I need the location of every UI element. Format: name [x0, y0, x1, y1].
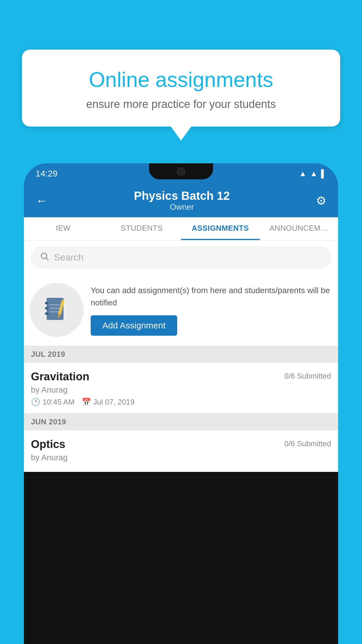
search-bar[interactable]: Search	[31, 246, 331, 268]
speech-bubble-title: Online assignments	[42, 67, 320, 92]
clock-icon: 🕐	[31, 398, 40, 407]
calendar-icon: 📅	[82, 398, 91, 407]
status-time: 14:29	[36, 169, 57, 178]
speech-bubble-container: Online assignments ensure more practice …	[22, 50, 340, 127]
speech-bubble-subtitle: ensure more practice for your students	[42, 98, 320, 111]
assignment-submitted-optics: 0/6 Submitted	[284, 439, 331, 448]
assignment-row-top: Gravitation 0/6 Submitted	[31, 370, 331, 383]
assignment-submitted: 0/6 Submitted	[284, 372, 331, 381]
assignment-time-item: 🕐 10:45 AM	[31, 398, 75, 407]
settings-button[interactable]: ⚙	[316, 194, 326, 207]
tab-students[interactable]: STUDENTS	[103, 217, 181, 240]
assignment-title: Gravitation	[31, 370, 89, 383]
assignment-date: Jul 07, 2019	[93, 398, 135, 407]
svg-rect-3	[45, 302, 48, 304]
assignment-by: by Anurag	[31, 385, 331, 395]
phone-content: Search	[24, 241, 338, 472]
app-header: ← Physics Batch 12 Owner ⚙	[24, 184, 338, 217]
svg-rect-5	[45, 312, 48, 315]
assignment-time: 10:45 AM	[43, 398, 75, 407]
svg-line-1	[46, 258, 48, 260]
status-icons: ▲ ▲ ▌	[299, 169, 326, 178]
signal-icon: ▲	[310, 169, 318, 178]
promo-text-block: You can add assignment(s) from here and …	[91, 284, 331, 336]
tab-assignments[interactable]: ASSIGNMENTS	[181, 217, 260, 240]
section-header-jun: JUN 2019	[24, 413, 338, 430]
assignment-row-top-optics: Optics 0/6 Submitted	[31, 438, 331, 451]
promo-description: You can add assignment(s) from here and …	[91, 284, 331, 309]
svg-point-0	[41, 253, 47, 258]
add-assignment-promo: You can add assignment(s) from here and …	[24, 274, 338, 346]
header-subtitle: Owner	[134, 202, 230, 212]
svg-rect-7	[50, 308, 60, 309]
assignment-meta: 🕐 10:45 AM 📅 Jul 07, 2019	[31, 398, 331, 407]
assignment-by-optics: by Anurag	[31, 453, 331, 462]
back-button[interactable]: ←	[36, 194, 48, 208]
notebook-icon	[44, 295, 70, 325]
search-bar-container: Search	[24, 241, 338, 274]
header-title-block: Physics Batch 12 Owner	[134, 189, 230, 212]
search-icon	[40, 252, 49, 263]
svg-rect-8	[50, 311, 60, 312]
assignment-date-item: 📅 Jul 07, 2019	[82, 398, 135, 407]
tab-announcements[interactable]: ANNOUNCEM…	[260, 217, 338, 240]
add-assignment-button[interactable]: Add Assignment	[91, 315, 177, 336]
phone-frame: 14:29 ▲ ▲ ▌ ← Physics Batch 12 Owner ⚙ I…	[24, 163, 338, 644]
speech-bubble: Online assignments ensure more practice …	[22, 50, 340, 127]
tabs-bar: IEW STUDENTS ASSIGNMENTS ANNOUNCEM…	[24, 217, 338, 241]
assignment-item-gravitation[interactable]: Gravitation 0/6 Submitted by Anurag 🕐 10…	[24, 363, 338, 413]
assignment-title-optics: Optics	[31, 438, 65, 451]
phone-camera	[177, 167, 185, 176]
svg-rect-4	[45, 307, 48, 309]
search-input[interactable]: Search	[54, 252, 83, 263]
tab-iew[interactable]: IEW	[24, 217, 103, 240]
assignment-item-optics[interactable]: Optics 0/6 Submitted by Anurag	[24, 430, 338, 472]
wifi-icon: ▲	[299, 169, 307, 178]
section-header-jul: JUL 2019	[24, 346, 338, 363]
promo-icon-circle	[30, 283, 84, 337]
svg-rect-6	[50, 304, 60, 305]
battery-icon: ▌	[321, 169, 326, 178]
header-title: Physics Batch 12	[134, 189, 230, 202]
phone-notch	[149, 163, 213, 179]
